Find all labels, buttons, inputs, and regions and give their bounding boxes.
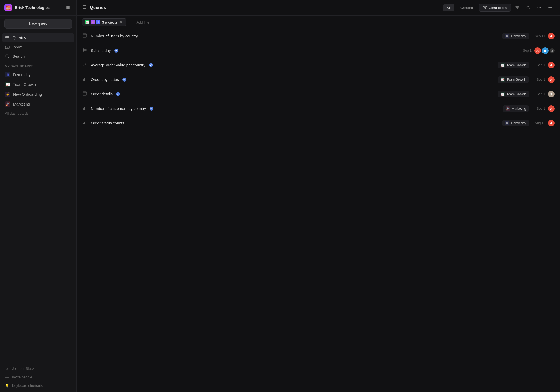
- queries-page-icon: [82, 5, 87, 11]
- sidebar-item-demo-day[interactable]: 🖥Demo day: [2, 70, 74, 80]
- avatar: B: [542, 47, 549, 54]
- more-options-button[interactable]: [535, 3, 544, 12]
- dashboard-badge: 📈 Team Growth: [498, 76, 529, 83]
- topbar-right: All Created Clear filters: [443, 3, 555, 12]
- my-dashboards-label: My dashboards: [5, 65, 34, 68]
- query-right: 📈 Team Growth Sep 1 A: [498, 62, 555, 68]
- query-type-icon: [82, 48, 88, 53]
- query-left: Order status counts: [82, 120, 124, 126]
- table-row[interactable]: Orders by status 📈 Team Growth Sep 1 A: [77, 72, 560, 87]
- new-onboarding-icon: ⚡: [5, 92, 10, 97]
- shortcuts-icon: 💡: [5, 384, 9, 388]
- collapse-sidebar-button[interactable]: [64, 4, 72, 11]
- clear-filters-button[interactable]: Clear filters: [479, 4, 511, 12]
- sidebar-footer: #Join our SlackInvite people💡Keyboard sh…: [0, 362, 76, 392]
- my-dashboards-section: My dashboards +: [2, 61, 74, 70]
- dashboard-name: Team Growth: [507, 63, 526, 67]
- footer-item-slack[interactable]: #Join our Slack: [2, 364, 74, 373]
- footer-item-shortcuts[interactable]: 💡Keyboard shortcuts: [2, 381, 74, 390]
- demo-day-icon: 🖥: [5, 72, 10, 77]
- remove-filter-button[interactable]: ✕: [119, 20, 123, 24]
- query-left: Number of customers by country: [82, 106, 154, 111]
- queries-nav-label: Queries: [13, 36, 26, 40]
- add-icon: [548, 5, 552, 10]
- main-content: Queries All Created Clear filters: [77, 0, 560, 392]
- avatar: A: [548, 62, 555, 68]
- dashboard-name: Demo day: [511, 34, 526, 38]
- table-row[interactable]: Order status counts 🖥 Demo day Aug 12 A: [77, 116, 560, 130]
- view-created-button[interactable]: Created: [457, 4, 477, 11]
- dashboard-badge: 📈 Team Growth: [498, 91, 529, 97]
- table-row[interactable]: Number of users by country 🖥 Demo day Se…: [77, 29, 560, 43]
- filter-icon: [483, 6, 487, 10]
- svg-rect-28: [83, 123, 84, 124]
- search-icon: [526, 5, 530, 10]
- svg-rect-15: [83, 34, 87, 37]
- svg-rect-24: [83, 108, 84, 110]
- query-left: Orders by status: [82, 77, 127, 82]
- query-type-icon: [82, 33, 88, 39]
- query-date: Sep 1: [532, 92, 545, 96]
- slack-icon: #: [5, 367, 9, 371]
- badge-icon: 🖥: [505, 121, 509, 125]
- dashboard-name: Marketing: [512, 107, 526, 111]
- badge-icon: 📈: [501, 92, 505, 96]
- sidebar: 🧱 Brick Technologies New query QueriesIn…: [0, 0, 77, 392]
- chip-icon-1: 📈: [85, 20, 89, 24]
- query-list: Number of users by country 🖥 Demo day Se…: [77, 29, 560, 392]
- query-name: Number of customers by country: [91, 106, 146, 111]
- svg-rect-5: [5, 39, 9, 39]
- verified-icon: [116, 92, 120, 96]
- dashboard-badge: 🖥 Demo day: [502, 120, 529, 126]
- more-icon: [537, 5, 541, 10]
- topbar: Queries All Created Clear filters: [77, 0, 560, 16]
- search-button[interactable]: [524, 3, 533, 12]
- dashboard-name: Demo day: [511, 121, 526, 125]
- all-dashboards-link[interactable]: All dashboards: [2, 109, 74, 118]
- query-type-icon: [82, 77, 88, 82]
- clear-filters-label: Clear filters: [489, 6, 507, 10]
- sidebar-item-marketing[interactable]: 🚀Marketing: [2, 99, 74, 109]
- table-row[interactable]: Sales today Sep 1 A B 2: [77, 43, 560, 58]
- view-all-button[interactable]: All: [443, 4, 454, 11]
- sidebar-item-new-onboarding[interactable]: ⚡New Onboarding: [2, 89, 74, 99]
- footer-item-invite[interactable]: Invite people: [2, 373, 74, 381]
- table-row[interactable]: Number of customers by country 🚀 Marketi…: [77, 101, 560, 116]
- projects-filter-chip[interactable]: 📈 ⚡ 🖥 3 projects ✕: [82, 18, 126, 26]
- svg-rect-18: [83, 79, 84, 81]
- query-date: Sep 1: [532, 107, 545, 111]
- sidebar-header: 🧱 Brick Technologies: [0, 0, 76, 16]
- sidebar-item-inbox[interactable]: Inbox: [2, 42, 74, 52]
- svg-point-11: [527, 6, 529, 8]
- sidebar-item-search[interactable]: Search: [2, 52, 74, 61]
- table-row[interactable]: Average order value per country 📈 Team G…: [77, 58, 560, 72]
- new-query-button[interactable]: New query: [4, 19, 72, 29]
- svg-point-13: [539, 7, 540, 8]
- svg-rect-9: [83, 7, 86, 7]
- sidebar-brand: 🧱 Brick Technologies: [4, 4, 50, 11]
- add-query-button[interactable]: [546, 3, 555, 12]
- page-title: Queries: [90, 5, 106, 10]
- query-right: 🚀 Marketing Sep 1 A: [503, 105, 555, 112]
- brand-icon: 🧱: [4, 4, 12, 11]
- avatar: A: [534, 47, 541, 54]
- sidebar-item-team-growth[interactable]: 📈Team Growth: [2, 80, 74, 89]
- marketing-icon: 🚀: [5, 101, 10, 107]
- add-dashboard-button[interactable]: +: [66, 64, 71, 69]
- table-row[interactable]: Order details 📈 Team Growth Sep 1 T: [77, 87, 560, 101]
- svg-rect-26: [86, 106, 86, 110]
- svg-rect-1: [66, 7, 70, 8]
- queries-nav-icon: [5, 35, 10, 40]
- add-filter-icon: [131, 20, 135, 24]
- query-right: 🖥 Demo day Aug 12 A: [502, 120, 555, 126]
- dashboard-name: Team Growth: [507, 78, 526, 82]
- verified-icon: [122, 77, 127, 82]
- sidebar-item-queries[interactable]: Queries: [2, 33, 74, 42]
- query-name: Number of users by country: [91, 34, 138, 38]
- sort-button[interactable]: [513, 3, 522, 12]
- svg-point-12: [538, 7, 538, 8]
- dashboard-badge: 🖥 Demo day: [502, 33, 529, 39]
- query-right: 🖥 Demo day Sep 11 A: [502, 33, 555, 39]
- invite-icon: [5, 375, 9, 379]
- add-filter-button[interactable]: Add filter: [129, 19, 153, 26]
